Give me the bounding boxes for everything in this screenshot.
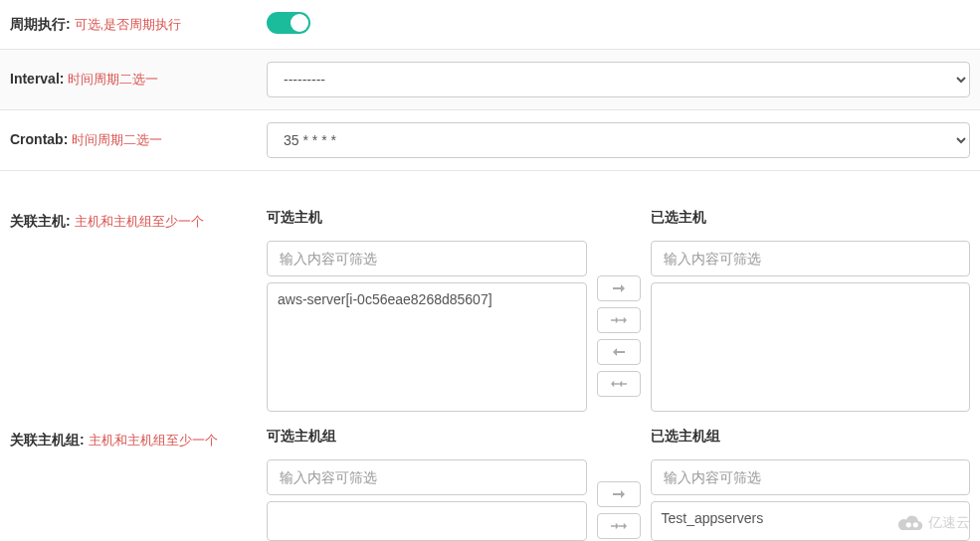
hostgroups-selected-filter[interactable]	[651, 459, 971, 495]
hosts-transfer-buttons	[597, 209, 641, 412]
interval-label: Interval: 时间周期二选一	[0, 67, 267, 92]
watermark: 亿速云	[896, 513, 970, 533]
hostgroups-available-panel: 可选主机组	[267, 428, 587, 541]
hosts-available-listbox[interactable]: aws-server[i-0c56eae8268d85607]	[267, 282, 587, 412]
hostgroups-selected-title: 已选主机组	[651, 428, 971, 446]
hosts-selected-filter[interactable]	[651, 241, 971, 276]
move-right-button[interactable]	[597, 481, 641, 507]
hostgroups-available-filter[interactable]	[267, 459, 587, 495]
interval-select[interactable]: ---------	[267, 62, 970, 97]
interval-label-main: Interval:	[10, 71, 64, 87]
crontab-label-sub: 时间周期二选一	[72, 132, 162, 147]
watermark-text: 亿速云	[928, 514, 970, 532]
hostgroups-label-sub: 主机和主机组至少一个	[89, 433, 218, 448]
move-left-button[interactable]	[597, 339, 641, 365]
periodic-label: 周期执行: 可选,是否周期执行	[0, 12, 267, 38]
move-all-left-button[interactable]	[597, 371, 641, 397]
move-all-right-button[interactable]	[597, 307, 641, 333]
crontab-label-main: Crontab:	[10, 131, 68, 147]
periodic-label-sub: 可选,是否周期执行	[75, 17, 182, 32]
hostgroups-label: 关联主机组: 主机和主机组至少一个	[0, 428, 267, 453]
hostgroups-transfer-buttons	[597, 428, 641, 541]
crontab-select[interactable]: 35 * * * *	[267, 122, 970, 158]
hosts-selected-listbox[interactable]	[651, 282, 971, 412]
hosts-label-main: 关联主机:	[10, 213, 71, 229]
interval-label-sub: 时间周期二选一	[68, 72, 158, 87]
move-right-button[interactable]	[597, 275, 641, 301]
hosts-selected-panel: 已选主机	[651, 209, 971, 412]
periodic-toggle[interactable]	[267, 12, 310, 34]
interval-row: Interval: 时间周期二选一 ---------	[0, 50, 980, 110]
periodic-row: 周期执行: 可选,是否周期执行	[0, 0, 980, 50]
hosts-available-title: 可选主机	[267, 209, 587, 227]
list-item[interactable]: aws-server[i-0c56eae8268d85607]	[268, 287, 586, 311]
hosts-label: 关联主机: 主机和主机组至少一个	[0, 209, 267, 235]
hostgroups-available-title: 可选主机组	[267, 428, 587, 446]
hosts-label-sub: 主机和主机组至少一个	[75, 214, 204, 229]
move-all-right-button[interactable]	[597, 513, 641, 539]
crontab-label: Crontab: 时间周期二选一	[0, 127, 267, 153]
hostgroups-row: 关联主机组: 主机和主机组至少一个 可选主机组 已选主机组 Test_appse…	[0, 420, 980, 541]
hosts-available-panel: 可选主机 aws-server[i-0c56eae8268d85607]	[267, 209, 587, 412]
hostgroups-label-main: 关联主机组:	[10, 432, 85, 448]
periodic-label-main: 周期执行:	[10, 16, 71, 32]
hosts-available-filter[interactable]	[267, 241, 587, 276]
hosts-row: 关联主机: 主机和主机组至少一个 可选主机 aws-server[i-0c56e…	[0, 201, 980, 420]
crontab-row: Crontab: 时间周期二选一 35 * * * *	[0, 110, 980, 171]
cloud-icon	[896, 513, 924, 533]
hostgroups-available-listbox[interactable]	[267, 501, 587, 541]
hosts-selected-title: 已选主机	[651, 209, 971, 227]
